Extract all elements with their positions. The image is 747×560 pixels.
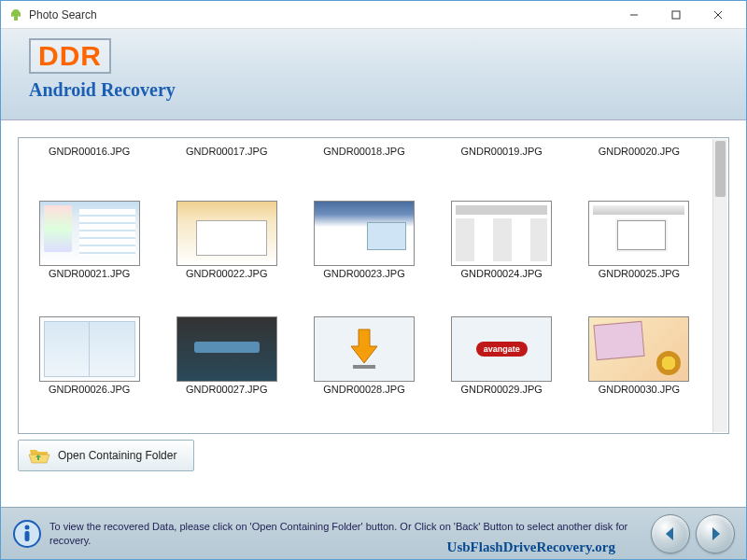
svg-rect-1: [14, 16, 18, 21]
file-name: GNDR00021.JPG: [49, 268, 130, 279]
file-item[interactable]: GNDR00019.JPG: [435, 146, 569, 162]
maximize-button[interactable]: [655, 2, 697, 28]
brand-logo: DDR: [29, 38, 111, 74]
banner-subtitle: Android Recovery: [29, 79, 718, 101]
file-item[interactable]: GNDR00017.JPG: [160, 146, 293, 162]
vertical-scrollbar[interactable]: [712, 139, 727, 432]
file-name: GNDR00028.JPG: [323, 384, 404, 395]
svg-point-10: [25, 525, 30, 529]
next-button[interactable]: [696, 514, 735, 553]
watermark-text: UsbFlashDriveRecovery.org: [447, 539, 615, 555]
minimize-button[interactable]: [613, 2, 655, 28]
info-icon: [12, 519, 42, 549]
folder-open-icon: [28, 446, 50, 465]
file-item[interactable]: GNDR00016.JPG: [22, 146, 156, 162]
open-containing-folder-button[interactable]: Open Containing Folder: [18, 440, 194, 471]
titlebar: Photo Search: [1, 1, 746, 29]
thumbnail-icon: [177, 317, 276, 381]
thumbnail-icon: [589, 317, 688, 381]
file-name: GNDR00024.JPG: [460, 268, 542, 279]
file-name: GNDR00023.JPG: [323, 268, 404, 279]
svg-point-0: [12, 9, 20, 17]
content-area: GNDR00016.JPG GNDR00017.JPG GNDR00018.JP…: [1, 120, 746, 507]
file-name: GNDR00030.JPG: [599, 384, 680, 395]
file-item[interactable]: GNDR00025.JPG: [572, 201, 706, 314]
download-icon: [314, 316, 415, 382]
svg-rect-11: [25, 531, 30, 541]
app-window: Photo Search DDR Android Recovery GNDR00…: [0, 0, 747, 560]
file-name: GNDR00017.JPG: [186, 146, 267, 157]
thumbnail-icon: [315, 202, 414, 265]
file-item[interactable]: GNDR00024.JPG: [435, 201, 569, 314]
thumbnail-icon: [40, 202, 139, 265]
back-button[interactable]: [651, 514, 690, 553]
scrollbar-thumb[interactable]: [715, 141, 726, 197]
file-item[interactable]: avangateGNDR00029.JPG: [435, 316, 569, 429]
file-item[interactable]: GNDR00026.JPG: [22, 316, 156, 429]
button-label: Open Containing Folder: [58, 449, 176, 462]
file-item[interactable]: GNDR00021.JPG: [22, 201, 156, 314]
thumbnail-icon: [177, 202, 276, 265]
file-name: GNDR00029.JPG: [460, 384, 542, 395]
file-name: GNDR00018.JPG: [323, 146, 404, 157]
file-name: GNDR00025.JPG: [599, 268, 680, 279]
file-name: GNDR00016.JPG: [49, 146, 130, 157]
file-item[interactable]: GNDR00030.JPG: [572, 316, 706, 429]
svg-rect-2: [11, 12, 13, 17]
close-button[interactable]: [697, 2, 739, 28]
svg-rect-5: [672, 11, 680, 19]
file-item[interactable]: GNDR00028.JPG: [297, 316, 430, 429]
file-name: GNDR00019.JPG: [460, 146, 542, 157]
file-name: GNDR00020.JPG: [599, 146, 680, 157]
svg-rect-8: [353, 365, 375, 369]
banner: DDR Android Recovery: [1, 29, 746, 120]
window-title: Photo Search: [29, 8, 613, 21]
file-item[interactable]: GNDR00022.JPG: [160, 201, 293, 314]
thumbnail-grid: GNDR00016.JPG GNDR00017.JPG GNDR00018.JP…: [18, 137, 729, 434]
file-name: GNDR00027.JPG: [186, 384, 267, 395]
thumbnail-icon: [452, 202, 551, 265]
avangate-logo-icon: avangate: [451, 316, 552, 382]
app-icon: [8, 7, 23, 22]
file-name: GNDR00026.JPG: [49, 384, 130, 395]
svg-rect-3: [19, 12, 21, 17]
file-item[interactable]: GNDR00023.JPG: [297, 201, 430, 314]
file-item[interactable]: GNDR00018.JPG: [297, 146, 430, 162]
footer: To view the recovered Data, please click…: [1, 507, 746, 559]
file-item[interactable]: GNDR00027.JPG: [160, 316, 293, 429]
file-name: GNDR00022.JPG: [186, 268, 267, 279]
thumbnail-icon: [589, 202, 688, 265]
thumbnail-icon: [40, 317, 139, 381]
file-item[interactable]: GNDR00020.JPG: [572, 146, 706, 162]
